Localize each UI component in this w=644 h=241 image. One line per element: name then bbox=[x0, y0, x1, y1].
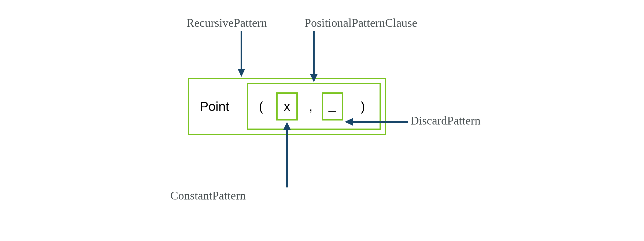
recursive-pattern-arrow-icon bbox=[236, 31, 247, 78]
constant-pattern-label: ConstantPattern bbox=[170, 189, 246, 202]
comma: , bbox=[309, 99, 312, 114]
svg-marker-5 bbox=[345, 118, 353, 126]
svg-marker-1 bbox=[238, 69, 245, 77]
constant-pattern-arrow-icon bbox=[282, 122, 292, 187]
positional-pattern-clause-label: PositionalPatternClause bbox=[304, 16, 417, 30]
positional-pattern-clause-arrow-icon bbox=[308, 31, 319, 83]
discard-pattern-arrow-icon bbox=[345, 116, 408, 127]
open-paren: ( bbox=[259, 99, 263, 114]
arg-underscore: _ bbox=[329, 98, 336, 112]
arg-x: x bbox=[284, 99, 290, 114]
discard-pattern-label: DiscardPattern bbox=[410, 114, 480, 127]
svg-marker-3 bbox=[310, 74, 318, 82]
svg-marker-7 bbox=[283, 122, 291, 130]
recursive-pattern-label: RecursivePattern bbox=[186, 16, 267, 30]
type-name: Point bbox=[200, 99, 229, 114]
close-paren: ) bbox=[361, 99, 365, 114]
